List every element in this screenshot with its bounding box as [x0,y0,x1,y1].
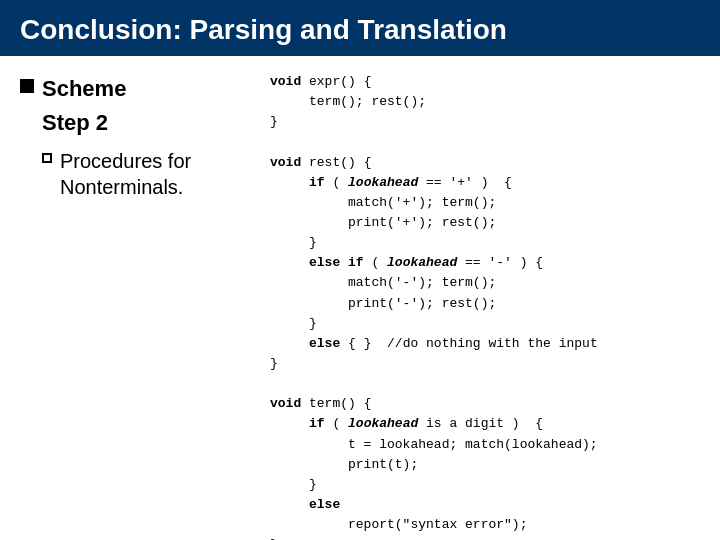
lookahead-1: lookahead [348,175,418,190]
kw-void-term: void [270,396,301,411]
kw-if-2: if [309,416,325,431]
scheme-label: Scheme [42,76,126,102]
left-panel: Scheme Step 2 Procedures for Nonterminal… [0,66,260,540]
kw-else-1: else [309,336,340,351]
lookahead-2: lookahead [387,255,457,270]
code-block: void expr() { term(); rest(); } void res… [270,72,704,540]
right-panel: void expr() { term(); rest(); } void res… [260,66,720,540]
step-label: Step 2 [42,110,250,136]
content-area: Scheme Step 2 Procedures for Nonterminal… [0,56,720,540]
sub-bullet: Procedures for Nonterminals. [42,148,250,200]
kw-if-1: if [309,175,325,190]
lookahead-3: lookahead [348,416,418,431]
kw-void-rest: void [270,155,301,170]
kw-else-if: else if [309,255,364,270]
bullet-square-icon [20,79,34,93]
kw-void-expr: void [270,74,301,89]
main-bullet: Scheme [20,76,250,102]
kw-else-2: else [309,497,340,512]
slide-title: Conclusion: Parsing and Translation [0,0,720,56]
bullet-circle-icon [42,153,52,163]
slide-container: Conclusion: Parsing and Translation Sche… [0,0,720,540]
procedures-label: Procedures for Nonterminals. [60,148,250,200]
